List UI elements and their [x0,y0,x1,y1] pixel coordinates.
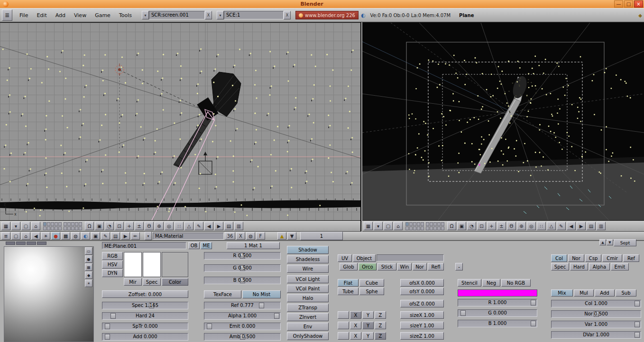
menu-edit[interactable]: Edit [32,12,51,18]
win-button[interactable]: Win [397,263,412,270]
wire-toggle[interactable]: Wire [287,265,329,273]
menu-view[interactable]: View [70,12,91,18]
dvar-amount-slider[interactable]: DVar 1.000 [551,331,641,339]
image-icon[interactable]: ▥ [597,222,606,230]
axis-y3-button[interactable]: Y [362,332,374,340]
tab-up-icon[interactable]: ▲ [599,239,606,245]
axis-y1-button[interactable]: Y [362,311,374,319]
step-back-icon[interactable]: ◀ [204,222,213,230]
manipulator-scale-icon[interactable]: ± [497,222,506,230]
manipulator-move-icon[interactable]: + [487,222,496,230]
shading-icon[interactable]: ◔ [105,222,114,230]
image-icon[interactable]: ▥ [234,222,243,230]
b-slider[interactable]: B 0.500 [204,277,281,284]
lamp-icon[interactable]: ☀ [41,232,50,240]
snap-icon[interactable]: ⊕ [155,222,164,230]
home-icon[interactable]: ⌂ [31,222,40,230]
material-browse-icon[interactable]: ▾ [145,232,152,240]
spec-slider[interactable]: Spec 1.165 [102,302,188,309]
stick-button[interactable]: Stick [377,263,396,270]
object-button[interactable]: Object [353,254,376,262]
lock-icon[interactable]: Ω [85,222,94,230]
shadow-toggle[interactable]: Shadow [287,246,329,254]
panel-tab-icon[interactable] [16,242,26,245]
add-slider[interactable]: Add 0.000 [102,333,188,341]
minimize-button[interactable]: — [614,0,623,8]
material-delete-button[interactable]: X [236,232,245,240]
stencil-button[interactable]: Stencil [458,279,481,287]
layers-widget[interactable] [43,222,82,230]
mix-button[interactable]: Mix [551,289,573,297]
panel-tab-icon[interactable] [27,242,36,245]
hard-slider[interactable]: Hard 24 [102,312,188,320]
mapto-b-slider[interactable]: B 1.000 [458,320,537,327]
vcol-light-toggle[interactable]: VCol Light [287,275,329,283]
sptr-slider[interactable]: SpTr 0.000 [102,323,188,330]
dyn-mode-button[interactable]: DYN [102,269,123,277]
mode-icon[interactable]: ▣ [457,222,466,230]
nor-amount-slider[interactable]: Nor 0.500 [551,310,641,318]
object-name-field[interactable] [377,254,444,261]
scene-icon[interactable]: ▤ [111,232,120,240]
render-preview-icon[interactable]: ▤ [224,222,233,230]
mapto-g-slider[interactable]: G 0.000 [458,309,537,317]
ofsy-field[interactable]: ofsY 0.000 [400,288,444,295]
mapto-r-slider[interactable]: R 1.000 [458,299,537,306]
viewport-3d-left[interactable]: z x [0,22,361,220]
axis-x3-button[interactable]: X [350,332,361,340]
shading-icon[interactable]: ◔ [467,222,476,230]
auto-name-icon[interactable]: ◍ [246,232,255,240]
scene-delete-button[interactable]: X [284,11,291,19]
preview-sphere-icon[interactable]: ● [85,255,92,263]
axis-y2-button[interactable]: Y [362,322,374,329]
window-type-icon[interactable]: ≣ [2,9,12,21]
scene-field[interactable]: SCE:1 [224,11,284,19]
hsv-mode-button[interactable]: HSV [102,261,123,269]
particle-select-icon[interactable]: ∷ [537,222,546,230]
menu-add[interactable]: Add [51,12,70,18]
onlyshadow-toggle[interactable]: OnlyShadow [287,332,329,340]
link-ob-button[interactable]: OB [188,242,200,249]
mapto-hard-toggle[interactable]: Hard [570,263,588,270]
menu-file[interactable]: File [15,12,32,18]
layers-widget[interactable] [405,222,444,230]
mul-button[interactable]: Mul [574,289,594,297]
mir-button[interactable]: Mir [124,278,142,286]
axis-z2-button[interactable]: Z [375,322,386,329]
draw-icon[interactable]: ✎ [194,222,203,230]
version-button[interactable]: www.blender.org 226 [295,11,359,19]
ztransp-toggle[interactable]: ZTransp [287,304,329,312]
snap-icon[interactable]: ⊕ [517,222,526,230]
mapto-ref-toggle[interactable]: Ref [623,254,639,262]
mapto-nor-toggle[interactable]: Nor [568,254,584,262]
editor-type-icon[interactable]: ▦ [1,222,10,230]
panel-tab-sept[interactable]: Sept [614,239,636,246]
axis-blank-1[interactable] [338,311,349,319]
proportional-icon[interactable]: ◎ [165,222,174,230]
texture-channel-menu[interactable]: - [455,263,463,270]
viewport-3d-right[interactable] [362,22,644,220]
glob-button[interactable]: Glob [340,263,358,270]
home-icon[interactable]: ⌂ [21,232,30,240]
alpha-slider[interactable]: Alpha 1.000 [204,312,281,320]
ref-slider[interactable]: Ref 0.777 [204,302,281,309]
axis-z3-button[interactable]: Z [375,332,386,340]
scene-browse-icon[interactable]: ▾ [217,11,224,19]
face-select-icon[interactable]: △ [547,222,556,230]
nor-button[interactable]: Nor [413,263,427,270]
step-forward-icon[interactable]: ▶ [577,222,586,230]
preview-sky-icon[interactable]: ☀ [85,279,92,287]
material-datablock-field[interactable]: MA:Material [153,233,224,240]
sphe-button[interactable]: Sphe [359,288,384,295]
preview-monkey-icon[interactable]: ◆ [85,271,92,279]
texture-icon[interactable]: ▩ [61,232,70,240]
zoffset-field[interactable]: Zoffset: 0.000 [102,290,188,298]
viewport-right-canvas[interactable] [362,23,644,220]
fullscreen-icon[interactable]: ▢ [11,232,20,240]
editor-type-icon[interactable]: ≣ [1,232,10,240]
mapto-color-swatch[interactable] [458,289,537,297]
home-icon[interactable]: ⌂ [394,222,403,230]
close-button[interactable]: × [634,0,643,8]
var-amount-slider[interactable]: Var 1.000 [551,321,641,328]
render-preview-icon[interactable]: ▤ [587,222,596,230]
